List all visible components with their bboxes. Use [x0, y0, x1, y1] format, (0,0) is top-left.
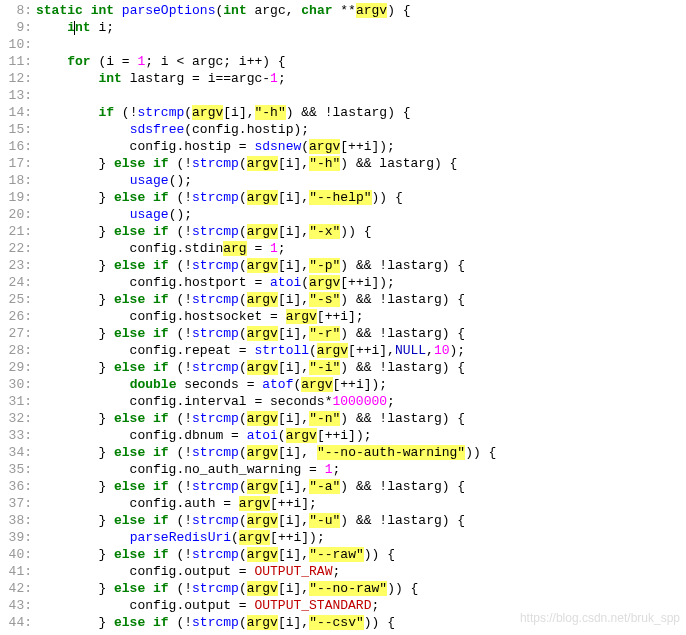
line-number: 42:: [0, 580, 32, 597]
code-line[interactable]: [36, 87, 686, 104]
line-number: 21:: [0, 223, 32, 240]
code-line[interactable]: } else if (!strcmp(argv[i],"-i") && !las…: [36, 359, 686, 376]
code-line[interactable]: } else if (!strcmp(argv[i],"--raw")) {: [36, 546, 686, 563]
line-number: 13:: [0, 87, 32, 104]
code-line[interactable]: usage();: [36, 206, 686, 223]
line-number: 41:: [0, 563, 32, 580]
code-editor: 8:9:10:11:12:13:14:15:16:17:18:19:20:21:…: [0, 0, 686, 631]
line-number: 37:: [0, 495, 32, 512]
code-line[interactable]: } else if (!strcmp(argv[i], "--no-auth-w…: [36, 444, 686, 461]
line-number: 10:: [0, 36, 32, 53]
line-number: 16:: [0, 138, 32, 155]
code-line[interactable]: config.stdinarg = 1;: [36, 240, 686, 257]
code-line[interactable]: config.hostsocket = argv[++i];: [36, 308, 686, 325]
line-number: 29:: [0, 359, 32, 376]
code-line[interactable]: } else if (!strcmp(argv[i],"-s") && !las…: [36, 291, 686, 308]
line-number: 19:: [0, 189, 32, 206]
code-line[interactable]: parseRedisUri(argv[++i]);: [36, 529, 686, 546]
code-line[interactable]: sdsfree(config.hostip);: [36, 121, 686, 138]
code-line[interactable]: } else if (!strcmp(argv[i],"-h") && last…: [36, 155, 686, 172]
code-line[interactable]: config.interval = seconds*1000000;: [36, 393, 686, 410]
code-line[interactable]: } else if (!strcmp(argv[i],"-p") && !las…: [36, 257, 686, 274]
line-number: 33:: [0, 427, 32, 444]
code-line[interactable]: config.no_auth_warning = 1;: [36, 461, 686, 478]
code-line[interactable]: config.repeat = strtoll(argv[++i],NULL,1…: [36, 342, 686, 359]
line-number: 22:: [0, 240, 32, 257]
line-number: 24:: [0, 274, 32, 291]
line-number: 25:: [0, 291, 32, 308]
code-line[interactable]: for (i = 1; i < argc; i++) {: [36, 53, 686, 70]
code-line[interactable]: if (!strcmp(argv[i],"-h") && !lastarg) {: [36, 104, 686, 121]
line-number: 28:: [0, 342, 32, 359]
code-line[interactable]: } else if (!strcmp(argv[i],"-u") && !las…: [36, 512, 686, 529]
code-content[interactable]: static int parseOptions(int argc, char *…: [36, 2, 686, 631]
code-line[interactable]: config.hostport = atoi(argv[++i]);: [36, 274, 686, 291]
line-number: 34:: [0, 444, 32, 461]
line-number-gutter: 8:9:10:11:12:13:14:15:16:17:18:19:20:21:…: [0, 2, 36, 631]
code-line[interactable]: int lastarg = i==argc-1;: [36, 70, 686, 87]
line-number: 32:: [0, 410, 32, 427]
line-number: 9:: [0, 19, 32, 36]
code-line[interactable]: } else if (!strcmp(argv[i],"--csv")) {: [36, 614, 686, 631]
code-line[interactable]: int i;: [36, 19, 686, 36]
line-number: 12:: [0, 70, 32, 87]
line-number: 8:: [0, 2, 32, 19]
line-number: 15:: [0, 121, 32, 138]
code-line[interactable]: } else if (!strcmp(argv[i],"-r") && !las…: [36, 325, 686, 342]
code-line[interactable]: } else if (!strcmp(argv[i],"-x")) {: [36, 223, 686, 240]
line-number: 23:: [0, 257, 32, 274]
code-line[interactable]: } else if (!strcmp(argv[i],"--help")) {: [36, 189, 686, 206]
line-number: 40:: [0, 546, 32, 563]
line-number: 27:: [0, 325, 32, 342]
line-number: 11:: [0, 53, 32, 70]
line-number: 26:: [0, 308, 32, 325]
line-number: 38:: [0, 512, 32, 529]
code-line[interactable]: config.dbnum = atoi(argv[++i]);: [36, 427, 686, 444]
code-line[interactable]: double seconds = atof(argv[++i]);: [36, 376, 686, 393]
line-number: 31:: [0, 393, 32, 410]
code-line[interactable]: config.hostip = sdsnew(argv[++i]);: [36, 138, 686, 155]
code-line[interactable]: } else if (!strcmp(argv[i],"-n") && !las…: [36, 410, 686, 427]
line-number: 36:: [0, 478, 32, 495]
code-line[interactable]: config.output = OUTPUT_STANDARD;: [36, 597, 686, 614]
line-number: 30:: [0, 376, 32, 393]
code-line[interactable]: } else if (!strcmp(argv[i],"-a") && !las…: [36, 478, 686, 495]
line-number: 35:: [0, 461, 32, 478]
code-line[interactable]: static int parseOptions(int argc, char *…: [36, 2, 686, 19]
code-line[interactable]: config.auth = argv[++i];: [36, 495, 686, 512]
code-line[interactable]: [36, 36, 686, 53]
line-number: 14:: [0, 104, 32, 121]
line-number: 44:: [0, 614, 32, 631]
line-number: 39:: [0, 529, 32, 546]
line-number: 18:: [0, 172, 32, 189]
line-number: 17:: [0, 155, 32, 172]
code-line[interactable]: usage();: [36, 172, 686, 189]
line-number: 20:: [0, 206, 32, 223]
line-number: 43:: [0, 597, 32, 614]
code-line[interactable]: } else if (!strcmp(argv[i],"--no-raw")) …: [36, 580, 686, 597]
code-line[interactable]: config.output = OUTPUT_RAW;: [36, 563, 686, 580]
